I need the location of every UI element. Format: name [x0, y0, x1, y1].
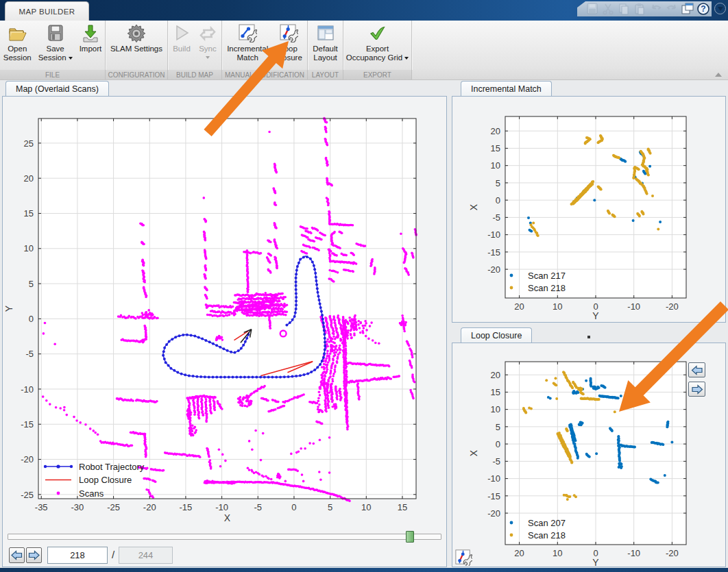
- open-folder-icon: [8, 23, 27, 42]
- svg-text:-15: -15: [180, 502, 193, 512]
- svg-text:5: 5: [496, 422, 500, 432]
- svg-text:5: 5: [29, 279, 34, 289]
- toolstrip-section-label: BUILD MAP: [168, 70, 222, 79]
- default-layout-button[interactable]: DefaultLayout: [309, 22, 341, 69]
- save-icon: [46, 23, 65, 42]
- svg-text:15: 15: [398, 502, 407, 512]
- tab-loop-closure[interactable]: Loop Closure: [461, 327, 532, 343]
- svg-text:Y: Y: [592, 310, 599, 321]
- svg-text:-10: -10: [487, 473, 500, 484]
- loop-closure-mode-icon[interactable]: [454, 549, 472, 566]
- svg-text:-5: -5: [254, 502, 262, 512]
- previous-scan-button[interactable]: [9, 547, 25, 563]
- svg-text:10: 10: [24, 243, 34, 253]
- svg-text:Robot Trajectory: Robot Trajectory: [79, 462, 145, 472]
- slam-settings-button[interactable]: SLAM Settings: [107, 22, 166, 69]
- toolstrip-button-label: DefaultLayout: [313, 45, 337, 62]
- arrow-right-icon: [28, 550, 40, 560]
- svg-text:-20: -20: [143, 502, 156, 512]
- windows-icon[interactable]: [681, 3, 694, 15]
- map-overlaid-scans-plot[interactable]: -35-30-25-20-15-10-5051015-25-20-15-10-5…: [3, 97, 446, 521]
- previous-loop-closure-button[interactable]: [688, 362, 705, 377]
- toolstrip-button-label: ExportOccupancy Grid: [346, 45, 409, 62]
- svg-text:0: 0: [29, 314, 34, 324]
- svg-text:-20: -20: [487, 264, 500, 275]
- sync-button: Sync: [195, 22, 221, 69]
- map-panel: -35-30-25-20-15-10-5051015-25-20-15-10-5…: [2, 96, 447, 567]
- incremental-match-plot[interactable]: 20100-10-20-20-15-10-505101520YXScan 217…: [452, 97, 725, 322]
- vertical-splitter[interactable]: [447, 81, 452, 568]
- toolstrip-section-label: MANUAL MODIFICATION: [222, 70, 308, 79]
- tab-incremental-match[interactable]: Incremental Match: [461, 81, 552, 97]
- svg-text:10: 10: [491, 160, 500, 171]
- svg-text:Scan 207: Scan 207: [528, 518, 566, 528]
- svg-text:5: 5: [496, 178, 500, 188]
- loop-closure-plot[interactable]: 20100-10-20-20-15-10-505101520YXScan 207…: [452, 343, 725, 567]
- arrow-left-icon: [11, 550, 23, 560]
- open-session-button[interactable]: OpenSession: [0, 22, 35, 69]
- layout-icon: [316, 23, 335, 42]
- toolstrip-section-build-map: BuildSync: [168, 21, 222, 70]
- svg-text:-15: -15: [21, 419, 34, 430]
- svg-text:-10: -10: [627, 548, 640, 558]
- svg-text:20: 20: [514, 301, 524, 312]
- toolstrip-section-file: OpenSessionSaveSessionImport: [0, 21, 106, 70]
- toolstrip-button-label: SaveSession: [38, 45, 73, 62]
- paste-icon: [633, 3, 646, 15]
- toolstrip-button-label: Import: [80, 45, 102, 53]
- export-check-icon: [368, 23, 387, 42]
- save-session-button[interactable]: SaveSession: [35, 22, 76, 69]
- incremental-match-button[interactable]: IncrementalMatch: [223, 22, 271, 69]
- import-icon: [81, 23, 100, 42]
- svg-text:-5: -5: [492, 456, 500, 467]
- svg-text:0: 0: [496, 195, 500, 206]
- svg-text:Scan 218: Scan 218: [528, 530, 566, 540]
- toolstrip-button-label: Build: [173, 45, 191, 53]
- collapse-toolstrip-icon[interactable]: [714, 71, 723, 77]
- undo-icon: [650, 3, 662, 15]
- total-scans-field: 244: [119, 547, 173, 564]
- svg-text:-10: -10: [627, 301, 640, 312]
- svg-text:-20: -20: [21, 454, 34, 464]
- svg-text:0: 0: [291, 502, 296, 512]
- loop-closure-button[interactable]: LoopClosure: [271, 22, 306, 69]
- current-scan-input[interactable]: 218: [47, 547, 108, 564]
- scan-separator: /: [112, 549, 114, 560]
- toolstrip-section-manual-modification: IncrementalMatchLoopClosure: [222, 21, 308, 70]
- toolstrip-button-label: SLAM Settings: [110, 45, 162, 53]
- toolstrip-section-configuration: SLAM Settings: [106, 21, 168, 70]
- svg-text:-15: -15: [487, 491, 500, 501]
- loop-closure-panel: 20100-10-20-20-15-10-505101520YXScan 207…: [452, 343, 726, 567]
- toolstrip-button-label: Sync: [199, 45, 217, 62]
- svg-text:-30: -30: [71, 502, 84, 512]
- scan-slider-track[interactable]: [8, 534, 441, 540]
- svg-text:X: X: [224, 512, 231, 521]
- window-bottom-border: [0, 568, 728, 572]
- quick-access-dropdown-icon[interactable]: [714, 3, 726, 14]
- svg-text:20: 20: [491, 126, 500, 136]
- svg-text:10: 10: [553, 301, 562, 312]
- svg-text:15: 15: [491, 387, 500, 397]
- toolstrip-button-label: IncrementalMatch: [227, 45, 268, 62]
- toolstrip-section-label: CONFIGURATION: [106, 70, 168, 79]
- svg-text:-20: -20: [666, 301, 679, 312]
- export-occupancy-grid-button[interactable]: ExportOccupancy Grid: [343, 22, 412, 69]
- build-button: Build: [169, 22, 195, 69]
- svg-text:15: 15: [491, 143, 500, 153]
- redo-icon: [666, 3, 678, 15]
- next-loop-closure-button[interactable]: [688, 382, 705, 397]
- horizontal-splitter[interactable]: [452, 323, 728, 327]
- next-scan-button[interactable]: [26, 547, 42, 563]
- import-button[interactable]: Import: [76, 22, 106, 69]
- tab-map-builder[interactable]: MAP BUILDER: [5, 1, 89, 21]
- incremental-match-panel: 20100-10-20-20-15-10-505101520YXScan 217…: [452, 96, 726, 323]
- quick-access-toolbar: ?: [577, 1, 712, 16]
- svg-text:-5: -5: [492, 212, 500, 223]
- scan-slider-thumb[interactable]: [406, 531, 414, 543]
- help-icon[interactable]: ?: [697, 3, 709, 15]
- svg-text:-10: -10: [215, 502, 228, 512]
- tab-map-overlaid-scans[interactable]: Map (Overlaid Scans): [5, 81, 109, 97]
- svg-text:-10: -10: [21, 384, 34, 395]
- svg-text:20: 20: [24, 173, 34, 184]
- svg-text:Y: Y: [3, 305, 14, 312]
